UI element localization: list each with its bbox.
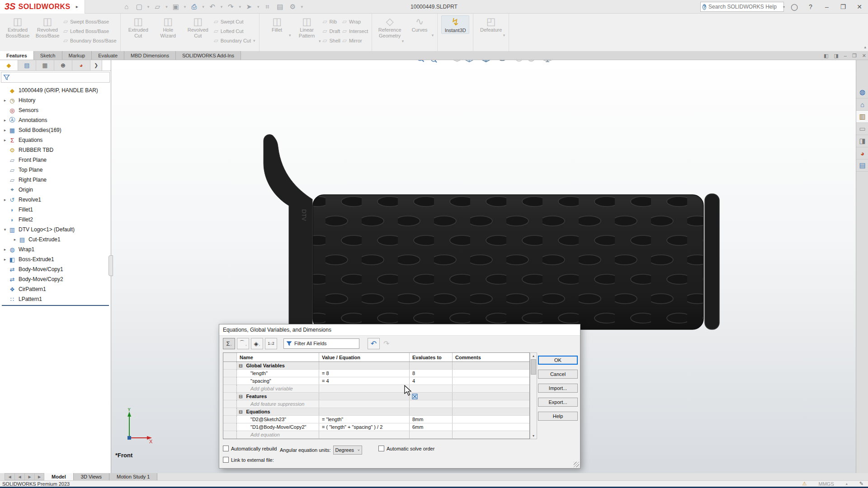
name-cell[interactable]: Add equation: [237, 431, 319, 438]
table-row[interactable]: Add global variable: [223, 385, 529, 393]
row-header-cell[interactable]: [223, 370, 237, 377]
linear-pattern-button[interactable]: ◫ LinearPattern ▾: [293, 15, 321, 45]
new-doc-caret-icon[interactable]: ▾: [147, 5, 150, 9]
feature-tree-item[interactable]: ◆ 10000449 (GRIP, HANDLE BAR): [0, 85, 111, 95]
select-caret-icon[interactable]: ▾: [257, 5, 259, 9]
dialog-filter-input[interactable]: [294, 341, 359, 346]
task-pane-item[interactable]: ◍: [856, 86, 868, 99]
task-pane-item[interactable]: ▭: [856, 123, 868, 135]
tree-expander-icon[interactable]: ▸: [2, 138, 8, 142]
print-icon[interactable]: ⎙: [189, 1, 199, 12]
ok-button[interactable]: OK: [538, 356, 578, 365]
equation-view-button[interactable]: Σ◦: [223, 338, 235, 349]
restore-button[interactable]: ❐: [837, 3, 849, 10]
edit-appearance-icon[interactable]: [514, 60, 524, 64]
fillet-caret-icon[interactable]: ▾: [289, 33, 291, 38]
feature-tree-item[interactable]: ❖ CirPattern1: [0, 284, 111, 294]
solve-order-checkbox[interactable]: Automatic solve order: [378, 446, 434, 451]
equation-cell[interactable]: [319, 431, 410, 438]
feature-tree-item[interactable]: ◎ Sensors: [0, 105, 111, 115]
feature-tree-item[interactable]: ▸ ◧ Boss-Extrude1: [0, 254, 111, 264]
options-caret-icon[interactable]: ▾: [301, 5, 303, 9]
logo-expand-icon[interactable]: ▸: [76, 4, 78, 9]
help-button[interactable]: Help: [538, 412, 578, 421]
help-search-input[interactable]: [708, 4, 778, 10]
link-external-checkbox[interactable]: Link to external file:: [223, 457, 274, 463]
comments-cell[interactable]: [453, 385, 529, 392]
units-caret-icon[interactable]: ▴: [846, 482, 848, 486]
curves-button[interactable]: ∿ Curves ▾: [406, 15, 434, 39]
table-row[interactable]: ⊟Equations: [223, 408, 529, 416]
task-pane-item[interactable]: ▤: [856, 160, 868, 172]
boundary-cut-button[interactable]: ▱Boundary Cut▾: [214, 36, 255, 45]
pane-left-icon[interactable]: ◧: [824, 53, 828, 59]
row-header-cell[interactable]: [223, 423, 237, 431]
tree-expander-icon[interactable]: ▸: [2, 128, 8, 132]
last-tab-icon[interactable]: ▶: [34, 473, 44, 480]
search-caret-icon[interactable]: ▾: [783, 5, 785, 9]
group-expander-icon[interactable]: ⊟: [239, 363, 242, 368]
table-scrollbar[interactable]: ▴ ▾: [530, 352, 537, 439]
tab-configurationmanager[interactable]: ▦: [36, 60, 54, 70]
file-properties-icon[interactable]: ▤: [274, 1, 285, 12]
table-row[interactable]: Add feature suppression: [223, 400, 529, 408]
table-row[interactable]: "spacing" = 4 4: [223, 377, 529, 385]
minimize-button[interactable]: –: [821, 3, 833, 10]
undo-caret-icon[interactable]: ▾: [221, 5, 223, 9]
comments-cell[interactable]: [453, 431, 529, 438]
swept-boss-base-button[interactable]: ▱Swept Boss/Base: [63, 17, 117, 26]
col-name[interactable]: Name: [237, 353, 319, 361]
comments-cell[interactable]: [453, 423, 529, 431]
dialog-redo-button[interactable]: ↷: [383, 339, 389, 348]
zoom-fit-icon[interactable]: [415, 60, 426, 64]
equation-cell[interactable]: = "length": [319, 416, 410, 423]
view-orientation-caret-icon[interactable]: ▾: [476, 60, 479, 61]
feature-tree-item[interactable]: ▸ ▦ Solid Bodies(169): [0, 125, 111, 135]
display-style-icon[interactable]: [481, 60, 491, 64]
export-button[interactable]: Export...: [538, 398, 578, 407]
tree-expander-icon[interactable]: ▾: [2, 227, 8, 232]
apply-scene-caret-icon[interactable]: ▾: [538, 60, 541, 61]
comments-cell[interactable]: [453, 393, 529, 400]
open-caret-icon[interactable]: ▾: [165, 5, 168, 9]
comments-cell[interactable]: [453, 408, 529, 415]
extruded-boss-base-button[interactable]: ◫ ExtrudedBoss/Base: [4, 15, 32, 39]
tree-expander-icon[interactable]: ▸: [2, 118, 8, 122]
tab-propertymanager[interactable]: ▤: [18, 60, 36, 70]
swept-cut-button[interactable]: ▱Swept Cut: [214, 17, 255, 26]
tab-featuremanager[interactable]: ◆: [0, 60, 18, 70]
tree-expander-icon[interactable]: ▸: [2, 247, 8, 252]
table-row[interactable]: ⊟Features: [223, 393, 529, 400]
feature-tree-item[interactable]: ⇄ Body-Move/Copy1: [0, 264, 111, 274]
draft-button[interactable]: ▱Draft: [323, 27, 340, 35]
tree-filter-bar[interactable]: [1, 72, 110, 83]
new-document-icon[interactable]: ▢: [134, 1, 145, 12]
panel-splitter-handle[interactable]: [108, 255, 113, 276]
ribbon-tab[interactable]: SOLIDWORKS Add-Ins: [176, 51, 241, 60]
ribbon-collapse-icon[interactable]: ▴: [864, 45, 866, 49]
ribbon-tab[interactable]: Evaluate: [92, 51, 124, 60]
help-search-box[interactable]: ? ▾: [700, 2, 784, 12]
feature-tree-item[interactable]: ⌖ Origin: [0, 185, 111, 195]
name-cell[interactable]: "D2@Sketch23": [237, 416, 319, 423]
document-tab[interactable]: Motion Study 1: [109, 473, 157, 480]
boundary-boss-base-button[interactable]: ▱Boundary Boss/Base: [63, 36, 117, 45]
undo-icon[interactable]: ↶: [207, 1, 218, 12]
extruded-cut-button[interactable]: ◫ ExtrudedCut: [124, 15, 152, 39]
section-view-icon[interactable]: [452, 60, 462, 64]
print-caret-icon[interactable]: ▾: [202, 5, 204, 9]
options-gear-icon[interactable]: ⚙: [287, 1, 298, 12]
import-button[interactable]: Import...: [538, 384, 578, 393]
reference-geometry-caret-icon[interactable]: ▾: [402, 39, 404, 43]
doc-minimize-icon[interactable]: –: [844, 53, 847, 58]
feature-tree-item[interactable]: ◗ Fillet2: [0, 215, 111, 225]
equation-cell[interactable]: [319, 400, 410, 408]
comments-cell[interactable]: [453, 370, 529, 377]
auto-rebuild-checkbox[interactable]: Automatically rebuild: [223, 446, 277, 451]
intersect-button[interactable]: ▱Intersect: [342, 27, 368, 35]
group-expander-icon[interactable]: ⊟: [239, 394, 242, 399]
redo-icon[interactable]: ↷: [225, 1, 236, 12]
group-expander-icon[interactable]: ⊟: [239, 409, 242, 414]
task-pane-item[interactable]: ◕: [856, 147, 868, 160]
wrap-button[interactable]: ▱Wrap: [342, 17, 368, 26]
